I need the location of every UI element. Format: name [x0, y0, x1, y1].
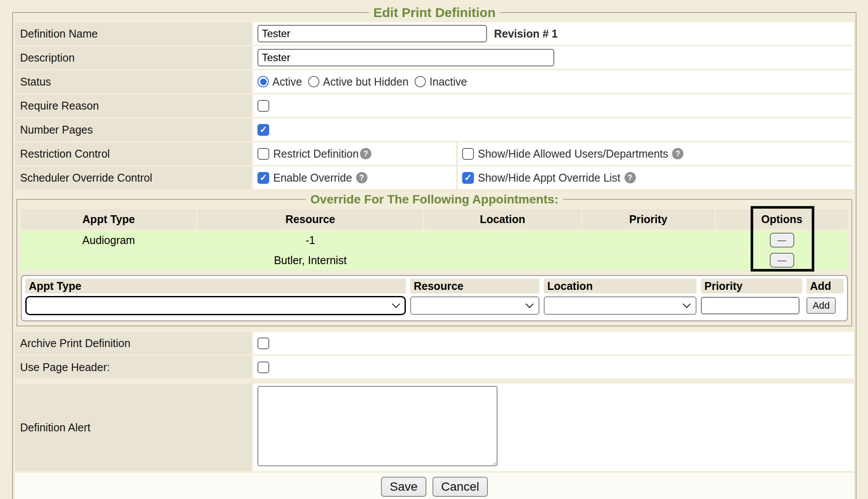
location-select[interactable]: [544, 296, 696, 315]
row-location: [424, 231, 581, 250]
add-col-header-add: Add: [806, 279, 844, 293]
row-appt-type: [21, 251, 196, 270]
add-override-box: Appt Type Resource Location Priority Add: [21, 275, 848, 321]
resource-select[interactable]: [410, 296, 539, 315]
edit-print-definition-form: Edit Print Definition Definition Name Re…: [12, 5, 857, 499]
page-title: Edit Print Definition: [369, 5, 500, 20]
scheduler-override-row: Scheduler Override Control ✓ Enable Over…: [15, 166, 854, 189]
col-header-options: Options: [716, 209, 848, 229]
status-label: Status: [15, 70, 251, 93]
add-override-button[interactable]: Add: [806, 297, 836, 314]
remove-row-button[interactable]: —: [770, 253, 794, 268]
override-table-header: Appt Type Resource Location Priority Opt…: [21, 209, 848, 229]
restriction-control-row: Restriction Control Restrict Definition …: [15, 142, 854, 165]
add-col-header-appt-type: Appt Type: [25, 279, 406, 293]
row-priority: [582, 251, 714, 270]
use-page-header-checkbox[interactable]: [257, 361, 269, 373]
show-hide-users-checkbox[interactable]: [462, 148, 474, 160]
col-header-location: Location: [424, 209, 581, 229]
row-priority: [582, 231, 714, 250]
use-page-header-row: Use Page Header:: [15, 356, 854, 379]
description-label: Description: [15, 46, 251, 69]
row-resource: Butler, Internist: [198, 251, 423, 270]
require-reason-row: Require Reason: [15, 94, 854, 117]
add-col-header-location: Location: [544, 279, 696, 293]
enable-override-help-icon[interactable]: ?: [356, 172, 367, 183]
description-row: Description: [15, 46, 854, 69]
number-pages-checkbox[interactable]: ✓: [257, 124, 269, 136]
save-button[interactable]: Save: [381, 477, 426, 497]
definition-alert-label: Definition Alert: [15, 384, 251, 471]
appt-type-select[interactable]: [25, 296, 406, 315]
use-page-header-label: Use Page Header:: [15, 356, 251, 379]
enable-override-checkbox[interactable]: ✓: [257, 172, 269, 184]
number-pages-label: Number Pages: [15, 118, 251, 141]
radio-active-icon[interactable]: [257, 76, 269, 87]
archive-row: Archive Print Definition: [15, 332, 854, 354]
show-hide-appt-label: Show/Hide Appt Override List: [478, 172, 621, 184]
show-hide-users-label: Show/Hide Allowed Users/Departments: [478, 148, 668, 160]
archive-label: Archive Print Definition: [15, 332, 251, 354]
scheduler-override-label: Scheduler Override Control: [15, 166, 251, 189]
status-option-active-but-hidden-label: Active but Hidden: [323, 76, 408, 88]
status-option-inactive[interactable]: Inactive: [415, 76, 467, 88]
status-option-active-but-hidden[interactable]: Active but Hidden: [308, 76, 408, 88]
enable-override-label: Enable Override: [273, 172, 352, 184]
definition-name-row: Definition Name Revision # 1: [15, 22, 854, 45]
show-hide-appt-help-icon[interactable]: ?: [624, 172, 636, 183]
show-hide-users-help-icon[interactable]: ?: [672, 148, 683, 159]
override-appointments-section: Override For The Following Appointments:…: [17, 193, 852, 327]
override-table-row: Audiogram -1 —: [21, 231, 848, 250]
revision-number: Revision # 1: [494, 28, 558, 40]
col-header-resource: Resource: [198, 209, 423, 229]
definition-name-label: Definition Name: [15, 22, 251, 45]
radio-active-but-hidden-icon[interactable]: [308, 76, 319, 87]
edit-print-definition-page: Edit Print Definition Definition Name Re…: [0, 0, 868, 499]
restrict-definition-label: Restrict Definition: [273, 148, 359, 160]
restrict-definition-checkbox[interactable]: [257, 148, 269, 160]
override-section-title: Override For The Following Appointments:: [306, 193, 563, 206]
status-option-inactive-label: Inactive: [429, 76, 467, 88]
status-option-active-label: Active: [272, 76, 302, 88]
definition-alert-textarea[interactable]: [257, 386, 497, 466]
remove-row-button[interactable]: —: [770, 233, 794, 248]
restriction-control-label: Restriction Control: [15, 142, 251, 165]
description-input[interactable]: [257, 49, 554, 66]
definition-name-input[interactable]: [257, 25, 487, 42]
number-pages-row: Number Pages ✓: [15, 118, 854, 141]
definition-alert-row: Definition Alert: [15, 384, 854, 471]
row-location: [424, 251, 581, 270]
require-reason-checkbox[interactable]: [257, 100, 269, 112]
archive-checkbox[interactable]: [257, 337, 269, 349]
status-row: Status Active Active but Hidden Inactive: [15, 70, 854, 93]
priority-input[interactable]: [701, 297, 799, 314]
require-reason-label: Require Reason: [15, 94, 251, 117]
radio-inactive-icon[interactable]: [415, 76, 426, 87]
cancel-button[interactable]: Cancel: [432, 477, 488, 497]
restrict-definition-help-icon[interactable]: ?: [360, 148, 371, 159]
col-header-priority: Priority: [582, 209, 714, 229]
col-header-appt-type: Appt Type: [21, 209, 196, 229]
show-hide-appt-checkbox[interactable]: ✓: [462, 172, 474, 184]
add-col-header-resource: Resource: [410, 279, 539, 293]
status-option-active[interactable]: Active: [257, 76, 302, 88]
row-appt-type: Audiogram: [21, 231, 196, 250]
row-resource: -1: [198, 231, 423, 250]
form-actions: Save Cancel: [15, 473, 854, 499]
override-table-row: Butler, Internist —: [21, 251, 848, 270]
add-col-header-priority: Priority: [701, 279, 802, 293]
